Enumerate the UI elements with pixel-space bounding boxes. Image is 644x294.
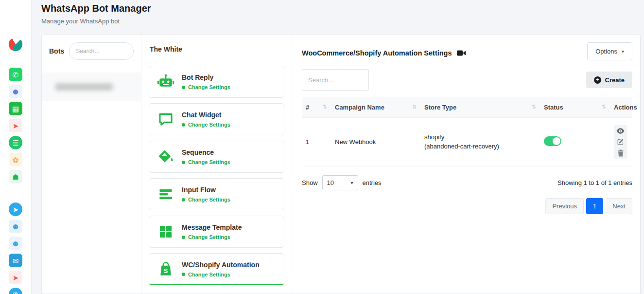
- automation-table: # ⇅ Campaign Name ⇅ Store Type ⇅ Status …: [302, 97, 632, 166]
- menu-card-text: Chat Widget Change Settings: [182, 111, 230, 128]
- previous-page-button[interactable]: Previous: [545, 198, 584, 214]
- status-toggle[interactable]: [544, 136, 561, 146]
- menu-card-status: Change Settings: [182, 84, 230, 90]
- broadcast-icon[interactable]: ➤: [9, 119, 22, 132]
- change-settings-link[interactable]: Change Settings: [188, 122, 230, 128]
- theme-icon[interactable]: ✿: [9, 153, 22, 166]
- col-label: Store Type: [424, 104, 456, 111]
- page-size-value: 10: [327, 179, 334, 186]
- megaphone-icon[interactable]: ➤: [9, 271, 22, 284]
- telegram-icon[interactable]: ➤: [9, 202, 22, 216]
- bot-list-item[interactable]: [42, 73, 141, 101]
- create-button[interactable]: + Create: [586, 72, 632, 88]
- bots-search-input[interactable]: [69, 42, 134, 60]
- menu-card-title: Message Template: [182, 223, 242, 231]
- options-button[interactable]: Options ▾: [587, 42, 632, 60]
- next-page-button[interactable]: Next: [606, 198, 632, 214]
- whatsapp-icon[interactable]: ✆: [9, 68, 22, 81]
- page-size-group: Show 10 ▾ entries: [302, 175, 382, 190]
- page-1-button[interactable]: 1: [586, 198, 603, 214]
- bot-name-redacted: [55, 83, 113, 91]
- edit-button[interactable]: [614, 136, 627, 147]
- options-label: Options: [595, 48, 617, 55]
- menu-card-title: Sequence: [182, 148, 230, 156]
- input-flow-icon: [156, 186, 175, 202]
- pagination: Previous 1 Next: [302, 198, 632, 214]
- delete-button[interactable]: [614, 147, 627, 159]
- selected-bot-name: The White: [150, 45, 284, 53]
- menu-card-status: Change Settings: [182, 159, 230, 165]
- row-actions: [610, 118, 632, 166]
- menu-card-chat-widget[interactable]: Chat Widget Change Settings: [149, 103, 284, 135]
- shopify-bag-icon: S: [156, 261, 175, 277]
- col-label: Actions: [614, 104, 637, 111]
- chat-bubble-icon: [156, 111, 175, 128]
- messenger-icon[interactable]: ✆: [9, 288, 22, 294]
- grid-icon: [156, 224, 175, 239]
- sort-icon: ⇅: [412, 104, 417, 110]
- menu-card-sequence[interactable]: Sequence Change Settings: [149, 141, 284, 173]
- paint-bucket-icon: [156, 148, 175, 165]
- menu-card-title: WC/Shopify Automation: [182, 261, 260, 269]
- table-search-input[interactable]: [302, 69, 369, 91]
- menu-card-text: Sequence Change Settings: [182, 148, 230, 165]
- row-status: [540, 118, 610, 166]
- col-header-actions: Actions: [610, 97, 632, 118]
- menu-card-wc-shopify-automation[interactable]: S WC/Shopify Automation Change Settings: [149, 253, 284, 285]
- menu-card-input-flow[interactable]: Input Flow Change Settings: [149, 178, 284, 210]
- chevron-down-icon: ▾: [622, 49, 624, 54]
- menu-card-message-template[interactable]: Message Template Change Settings: [149, 216, 284, 248]
- table-footer: Show 10 ▾ entries Showing 1 to 1 of 1 en…: [302, 175, 632, 190]
- create-label: Create: [605, 76, 625, 84]
- view-button[interactable]: [614, 125, 627, 136]
- sort-icon: ⇅: [323, 104, 327, 110]
- automation-settings-panel: WooCommerce/Shopify Automation Settings …: [292, 35, 640, 294]
- main-card: Bots The White Bot Reply Change Settings: [41, 34, 641, 294]
- table-header-row: # ⇅ Campaign Name ⇅ Store Type ⇅ Status …: [302, 97, 632, 118]
- chevron-down-icon: ▾: [351, 181, 353, 185]
- col-header-status[interactable]: Status ⇅: [540, 97, 610, 118]
- menu-card-text: Input Flow Change Settings: [182, 186, 230, 202]
- store-type-line1: shopify: [424, 133, 536, 142]
- dashboard-icon[interactable]: [8, 37, 23, 52]
- status-dot-icon: [182, 123, 185, 127]
- table-row: 1 New Webhook shopify (abandoned-cart-re…: [302, 118, 632, 166]
- panel-title: WooCommerce/Shopify Automation Settings: [302, 49, 452, 57]
- col-header-store-type[interactable]: Store Type ⇅: [420, 97, 540, 118]
- change-settings-link[interactable]: Change Settings: [188, 272, 230, 277]
- plus-circle-icon: +: [594, 76, 601, 84]
- bots-panel-header: Bots: [49, 42, 134, 60]
- show-label: Show: [302, 179, 318, 186]
- change-settings-link[interactable]: Change Settings: [188, 197, 230, 202]
- col-header-campaign-name[interactable]: Campaign Name ⇅: [331, 97, 420, 118]
- col-header-num[interactable]: # ⇅: [302, 97, 331, 118]
- change-settings-link[interactable]: Change Settings: [188, 84, 230, 90]
- menu-card-status: Change Settings: [182, 122, 230, 128]
- app-icon-rail: ✆ ☻ ▦ ➤ ☰ ✿ ☗ ➤ ☻ ☻ ✉ ➤ ✆: [0, 0, 32, 294]
- entries-label: entries: [363, 179, 382, 186]
- bots-label: Bots: [49, 47, 64, 55]
- store-type-line2: (abandoned-cart-recovery): [424, 142, 536, 151]
- col-label: Status: [544, 104, 563, 111]
- video-camera-icon[interactable]: [457, 50, 466, 56]
- whatsapp-bot-icon[interactable]: ☻: [9, 85, 22, 98]
- change-settings-link[interactable]: Change Settings: [188, 159, 230, 165]
- chat-icon[interactable]: ✉: [9, 254, 22, 267]
- page-header: WhatsApp Bot Manager Manage your WhatsAp…: [41, 3, 151, 25]
- gallery-icon[interactable]: ▦: [9, 102, 22, 115]
- status-dot-icon: [182, 161, 185, 164]
- change-settings-link[interactable]: Change Settings: [188, 234, 230, 240]
- page-size-select[interactable]: 10 ▾: [322, 175, 358, 190]
- telegram-bot-icon[interactable]: ☻: [9, 220, 22, 233]
- status-dot-icon: [182, 86, 185, 89]
- chat-flows-icon[interactable]: ☰: [9, 136, 22, 149]
- table-toolbar: + Create: [302, 69, 632, 91]
- shop-bag-icon[interactable]: ☗: [9, 170, 22, 184]
- members-icon[interactable]: ☻: [9, 237, 22, 250]
- sort-icon: ⇅: [602, 104, 606, 110]
- menu-card-text: Message Template Change Settings: [182, 223, 242, 240]
- menu-card-bot-reply[interactable]: Bot Reply Change Settings: [149, 66, 284, 98]
- robot-icon: [156, 73, 175, 91]
- row-campaign-name: New Webhook: [331, 118, 420, 166]
- row-num: 1: [302, 118, 331, 166]
